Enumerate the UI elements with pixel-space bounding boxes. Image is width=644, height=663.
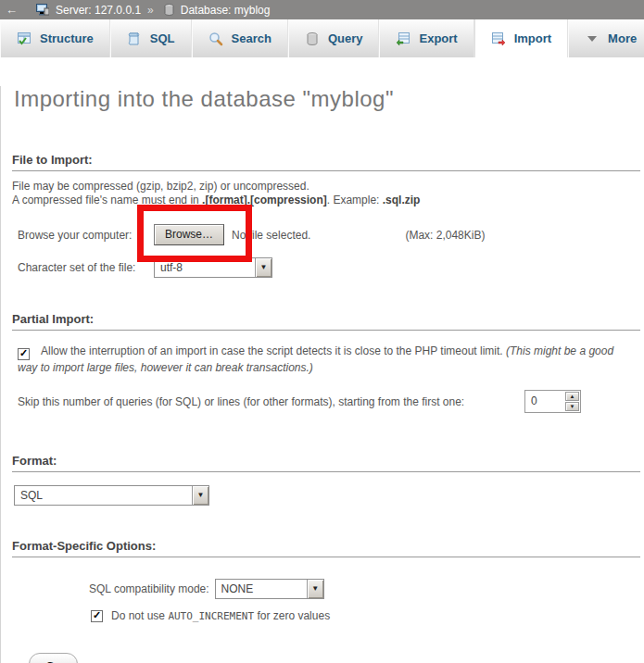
query-icon (305, 31, 320, 46)
go-button[interactable]: Go (29, 653, 78, 663)
export-icon (396, 31, 410, 46)
tab-search[interactable]: Search (192, 19, 288, 57)
no-file-selected-text: No file selected. (232, 229, 310, 242)
charset-select[interactable]: utf-8 ▼ (154, 257, 272, 278)
skip-queries-row: Skip this number of queries (for SQL) or… (18, 390, 635, 413)
allow-interrupt-para: ✓Allow the interruption of an import in … (18, 344, 635, 376)
tab-label: SQL (150, 31, 175, 45)
format-pattern-text: .[format].[compression] (202, 194, 327, 206)
database-icon (164, 4, 174, 16)
tab-structure[interactable]: Structure (0, 19, 110, 57)
breadcrumb-server[interactable]: Server: 127.0.0.1 (56, 4, 141, 17)
page-title: Importing into the database "myblog" (14, 86, 640, 112)
sql-compat-label: SQL compatibility mode: (89, 582, 209, 595)
file-to-import-heading: File to Import: (12, 153, 640, 171)
format-options-heading: Format-Specific Options: (12, 539, 640, 557)
skip-queries-value: 0 (525, 391, 564, 412)
back-arrow-icon[interactable]: ← (6, 3, 28, 17)
compression-line2: A compressed file's name must end in .[f… (12, 194, 640, 207)
max-upload-size-text: (Max: 2,048KiB) (405, 229, 485, 242)
structure-icon (17, 31, 32, 46)
breadcrumb-database[interactable]: Database: myblog (181, 4, 271, 17)
tab-label: More (608, 31, 637, 45)
partial-import-heading: Partial Import: (12, 312, 640, 331)
tab-label: Structure (40, 31, 94, 45)
sql-compat-select[interactable]: NONE ▼ (215, 579, 324, 599)
zero-values-label: Do not use AUTO_INCREMENT for zero value… (111, 609, 330, 622)
dropdown-arrow-icon[interactable]: ▼ (192, 486, 208, 505)
tab-label: Import (514, 31, 551, 45)
allow-interrupt-label: Allow the interruption of an import in c… (41, 344, 506, 357)
charset-select-value: utf-8 (155, 258, 255, 277)
tab-sql[interactable]: SQL (110, 19, 192, 57)
auto-increment-keyword: AUTO_INCREMENT (168, 610, 254, 622)
sql-compat-select-value: NONE (216, 580, 307, 598)
tab-more[interactable]: More (568, 19, 644, 57)
search-icon (208, 31, 223, 46)
number-spinner: ▲ ▼ (564, 391, 580, 412)
tab-import[interactable]: Import (474, 19, 568, 57)
browse-row: Browse your computer: Browse… No file se… (18, 224, 640, 245)
tab-bar: Structure SQL Search Query (0, 19, 644, 57)
line2-text2: . Example: (327, 194, 383, 206)
zero-values-checkbox[interactable]: ✓ (91, 610, 103, 622)
spinner-down-icon[interactable]: ▼ (565, 402, 579, 411)
dropdown-arrow-icon[interactable]: ▼ (255, 258, 271, 277)
format-heading: Format: (12, 454, 640, 472)
charset-row: Character set of the file: utf-8 ▼ (18, 256, 640, 279)
skip-queries-label: Skip this number of queries (for SQL) or… (18, 395, 464, 408)
charset-label: Character set of the file: (18, 261, 154, 274)
breadcrumb-bar: ← Server: 127.0.0.1 » Database: myblog (0, 0, 644, 19)
line2-text: A compressed file's name must end in (12, 194, 202, 206)
import-icon (491, 31, 506, 46)
main-content: Importing into the database "myblog" Fil… (0, 86, 644, 663)
server-monitor-icon (36, 4, 49, 16)
format-select[interactable]: SQL ▼ (14, 485, 209, 506)
tab-query[interactable]: Query (288, 19, 380, 57)
compression-line1: File may be compressed (gzip, bzip2, zip… (12, 180, 640, 194)
tab-label: Query (328, 31, 363, 45)
tab-label: Search (232, 31, 271, 45)
dropdown-arrow-icon[interactable]: ▼ (307, 580, 323, 598)
browse-button[interactable]: Browse… (154, 224, 224, 245)
example-text: .sql.zip (383, 194, 421, 206)
browse-label: Browse your computer: (18, 229, 154, 242)
skip-queries-input[interactable]: 0 ▲ ▼ (524, 390, 581, 413)
sql-icon (127, 31, 142, 46)
zero-values-text1: Do not use (111, 609, 168, 622)
format-select-value: SQL (15, 486, 192, 505)
chevron-down-icon (585, 31, 600, 46)
spinner-up-icon[interactable]: ▲ (565, 392, 579, 401)
tab-label: Export (419, 31, 457, 45)
tab-export[interactable]: Export (379, 19, 474, 57)
allow-interrupt-checkbox[interactable]: ✓ (18, 348, 30, 360)
compression-info: File may be compressed (gzip, bzip2, zip… (12, 180, 640, 207)
breadcrumb-separator: » (147, 4, 154, 17)
zero-values-row: ✓ Do not use AUTO_INCREMENT for zero val… (91, 609, 640, 622)
zero-values-text2: for zero values (254, 609, 330, 622)
sql-compat-row: SQL compatibility mode: NONE ▼ (89, 578, 640, 600)
